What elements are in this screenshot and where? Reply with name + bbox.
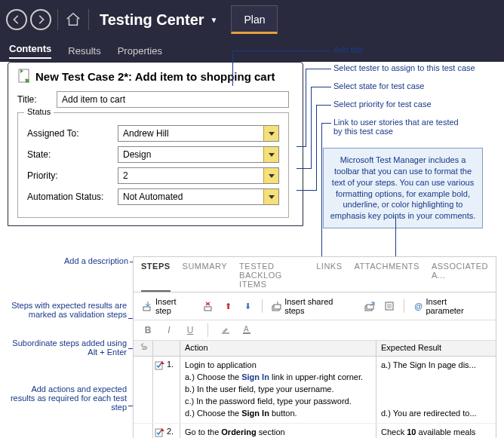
assigned-input[interactable] [118, 126, 263, 141]
home-button[interactable] [63, 9, 84, 30]
steps-toolbar: Insert step ⬆ ⬇ Insert shared steps [134, 293, 496, 320]
tab-steps[interactable]: STEPS [141, 262, 171, 292]
insert-step-icon [143, 301, 153, 311]
steps-tabs: STEPS SUMMARY TESTED BACKLOG ITEMS LINKS… [134, 257, 496, 293]
insert-shared-button[interactable]: Insert shared steps [269, 296, 358, 317]
automation-dropdown-icon[interactable] [263, 189, 278, 204]
assigned-dropdown-icon[interactable] [263, 126, 278, 141]
font-color-button[interactable]: A [240, 324, 254, 337]
create-shared-button[interactable] [381, 299, 398, 313]
annot-add-description: Add a description [47, 256, 128, 265]
app-dropdown-icon[interactable]: ▼ [211, 16, 218, 24]
steps-panel: STEPS SUMMARY TESTED BACKLOG ITEMS LINKS… [133, 256, 496, 438]
italic-button[interactable]: I [162, 325, 176, 335]
state-combo[interactable] [118, 146, 279, 163]
step-row[interactable]: 2. Go to the Ordering section Check 10 a… [134, 424, 496, 438]
underline-button[interactable]: U [183, 325, 197, 335]
svg-rect-8 [222, 332, 229, 334]
action-cell[interactable]: Login to applicationa.) Choose the Sign … [180, 357, 376, 423]
action-header: Action [180, 341, 376, 356]
title-label: Title: [17, 94, 57, 105]
up-arrow-icon: ⬆ [223, 301, 233, 311]
move-down-button[interactable]: ⬇ [239, 299, 256, 313]
annot-select-state: Select state for test case [333, 81, 424, 90]
attachment-header-icon [134, 341, 153, 356]
down-arrow-icon: ⬇ [242, 301, 253, 311]
annot-add-title: Add title [333, 45, 364, 54]
annot-validation: Steps with expected results are marked a… [5, 301, 127, 319]
tab-summary[interactable]: SUMMARY [183, 262, 228, 292]
annot-select-tester: Select tester to assign to this test cas… [333, 63, 475, 72]
step-row[interactable]: 1. Login to applicationa.) Choose the Si… [134, 357, 496, 424]
highlight-button[interactable] [219, 324, 232, 337]
automation-combo[interactable] [118, 188, 279, 205]
tab-associated[interactable]: ASSOCIATED A... [432, 262, 488, 292]
expected-header: Expected Result [376, 341, 496, 356]
state-dropdown-icon[interactable] [263, 147, 278, 162]
card-title: New Test Case 2*: Add item to shopping c… [35, 70, 275, 83]
separator [57, 9, 58, 30]
back-button[interactable] [6, 9, 27, 30]
annot-subordinate: Subordinate steps added using Alt + Ente… [5, 338, 127, 357]
insert-shared-icon [272, 301, 282, 311]
status-legend: Status [24, 107, 54, 116]
open-shared-icon [364, 301, 375, 311]
separator [88, 9, 89, 30]
svg-rect-2 [204, 307, 211, 311]
expected-cell[interactable]: Check 10 available meals [376, 424, 496, 438]
state-label: State: [27, 149, 118, 160]
insert-param-button[interactable]: @ Insert parameter [410, 296, 490, 317]
tab-links[interactable]: LINKS [316, 262, 342, 292]
automation-label: Automation Status: [27, 191, 118, 202]
svg-rect-1 [143, 307, 150, 311]
validation-step-icon [155, 427, 165, 437]
annot-link-stories: Link to user stories that are tested by … [333, 118, 469, 136]
action-cell[interactable]: Go to the Ordering section [180, 424, 376, 438]
annot-select-priority: Select priority for test case [333, 100, 432, 109]
delete-icon [203, 301, 214, 311]
svg-text:A: A [244, 325, 249, 333]
bold-button[interactable]: B [141, 325, 155, 335]
title-input[interactable] [57, 91, 289, 108]
at-icon: @ [413, 301, 424, 311]
validation-step-icon [155, 360, 165, 370]
tab-properties[interactable]: Properties [118, 45, 162, 57]
app-title: Testing Center [100, 11, 204, 29]
insert-step-button[interactable]: Insert step [140, 296, 197, 317]
testcase-card: New Test Case 2*: Add item to shopping c… [8, 62, 303, 226]
app-header: Testing Center ▼ Plan [0, 0, 504, 39]
svg-rect-4 [274, 305, 281, 309]
svg-rect-6 [367, 305, 373, 309]
state-input[interactable] [118, 147, 263, 162]
priority-dropdown-icon[interactable] [263, 168, 278, 183]
plan-tab[interactable]: Plan [231, 5, 278, 34]
testcase-icon [17, 69, 31, 84]
priority-input[interactable] [118, 168, 263, 183]
status-group: Status Assigned To: State: Priority: Aut… [17, 112, 289, 218]
tab-attachments[interactable]: ATTACHMENTS [355, 262, 419, 292]
tab-contents[interactable]: Contents [9, 43, 51, 59]
assigned-combo[interactable] [118, 125, 279, 142]
svg-rect-10 [243, 332, 250, 334]
tab-results[interactable]: Results [68, 45, 100, 57]
automation-input[interactable] [118, 189, 263, 204]
format-toolbar: B I U A [134, 320, 496, 341]
priority-combo[interactable] [118, 167, 279, 184]
move-up-button[interactable]: ⬆ [220, 299, 236, 313]
open-shared-button[interactable] [361, 299, 378, 313]
annot-toolbar-tip: Microsoft Test Manager includes a toolba… [323, 148, 483, 228]
annot-add-actions: Add actions and expected results as requ… [5, 384, 127, 412]
expected-cell[interactable]: a.) The Sign In page dis...d.) You are r… [376, 357, 496, 423]
grid-header: Action Expected Result [134, 341, 496, 357]
tab-backlog[interactable]: TESTED BACKLOG ITEMS [239, 262, 304, 292]
priority-label: Priority: [27, 170, 118, 181]
forward-button[interactable] [30, 9, 51, 30]
delete-step-button[interactable] [200, 299, 217, 313]
create-shared-icon [384, 301, 395, 311]
assigned-label: Assigned To: [27, 128, 118, 139]
